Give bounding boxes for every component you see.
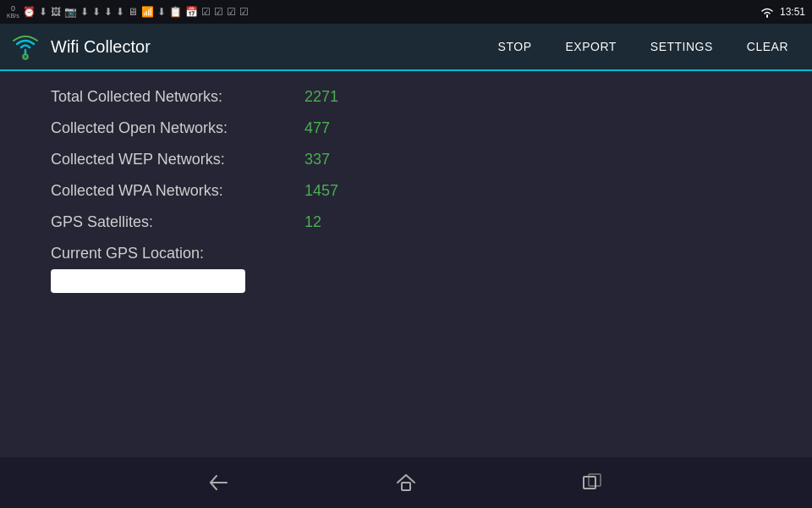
kb-indicator: 0 KB/s	[7, 5, 19, 19]
app-title: Wifi Collector	[51, 37, 485, 57]
clear-button[interactable]: CLEAR	[733, 35, 802, 58]
arrow4-icon: ⬇	[116, 6, 124, 18]
home-button[interactable]	[389, 466, 423, 500]
image-icon: 🖼	[51, 6, 61, 18]
wifi-app-icon	[10, 31, 41, 62]
alarm-icon: ⏰	[23, 6, 36, 18]
app-icon	[10, 31, 41, 62]
gps-location-label: Current GPS Location:	[51, 245, 761, 262]
status-bar-right: 13:51	[760, 6, 805, 18]
svg-point-0	[23, 54, 28, 59]
check3-icon: ☑	[227, 6, 236, 18]
stop-button[interactable]: STOP	[485, 35, 546, 58]
gps-satellites-value: 12	[304, 213, 321, 231]
export-button[interactable]: EXPORT	[551, 35, 629, 58]
total-networks-row: Total Collected Networks: 2271	[51, 88, 761, 106]
gps-satellites-label: GPS Satellites:	[51, 213, 304, 231]
recent-button[interactable]	[575, 466, 609, 500]
back-button[interactable]	[203, 466, 237, 500]
wep-networks-label: Collected WEP Networks:	[51, 151, 304, 168]
check1-icon: ☑	[201, 6, 211, 18]
time-display: 13:51	[780, 6, 805, 18]
cal-icon: 📅	[185, 6, 198, 18]
dl2-icon: ⬇	[157, 6, 166, 18]
home-icon	[395, 472, 417, 493]
nav-bar	[0, 457, 812, 508]
toolbar: Wifi Collector STOP EXPORT SETTINGS CLEA…	[0, 24, 812, 71]
camera-icon: 📷	[64, 6, 77, 18]
recent-icon	[581, 473, 603, 492]
back-icon	[208, 473, 232, 492]
open-networks-value: 477	[304, 119, 330, 137]
open-networks-label: Collected Open Networks:	[51, 119, 304, 137]
gps-location-bar	[51, 269, 245, 293]
total-networks-label: Total Collected Networks:	[51, 88, 304, 106]
check2-icon: ☑	[214, 6, 223, 18]
arrow2-icon: ⬇	[92, 6, 101, 18]
gps-location-section: Current GPS Location:	[51, 245, 761, 293]
settings-button[interactable]: SETTINGS	[637, 35, 727, 58]
total-networks-value: 2271	[304, 88, 338, 106]
main-content: Total Collected Networks: 2271 Collected…	[0, 71, 812, 457]
clip-icon: 📋	[169, 6, 182, 18]
open-networks-row: Collected Open Networks: 477	[51, 119, 761, 137]
toolbar-actions: STOP EXPORT SETTINGS CLEAR	[485, 35, 802, 58]
wep-networks-row: Collected WEP Networks: 337	[51, 151, 761, 168]
svg-rect-2	[402, 483, 410, 490]
arrow3-icon: ⬇	[104, 6, 112, 18]
wpa-networks-label: Collected WPA Networks:	[51, 182, 304, 200]
status-bar-left: 0 KB/s ⏰ ⬇ 🖼 📷 ⬇ ⬇ ⬇ ⬇ 🖥 📶 ⬇ 📋 📅 ☑ ☑ ☑ ☑	[7, 5, 249, 19]
wpa-networks-value: 1457	[304, 182, 338, 200]
arrow1-icon: ⬇	[80, 6, 89, 18]
signal-icon: 📶	[141, 6, 154, 18]
check4-icon: ☑	[239, 6, 249, 18]
download-icon: ⬇	[39, 6, 47, 18]
wifi-status-icon	[760, 6, 775, 18]
wep-networks-value: 337	[304, 151, 330, 168]
gps-satellites-row: GPS Satellites: 12	[51, 213, 761, 231]
wpa-networks-row: Collected WPA Networks: 1457	[51, 182, 761, 200]
status-bar: 0 KB/s ⏰ ⬇ 🖼 📷 ⬇ ⬇ ⬇ ⬇ 🖥 📶 ⬇ 📋 📅 ☑ ☑ ☑ ☑…	[0, 0, 812, 24]
monitor-icon: 🖥	[128, 6, 138, 18]
